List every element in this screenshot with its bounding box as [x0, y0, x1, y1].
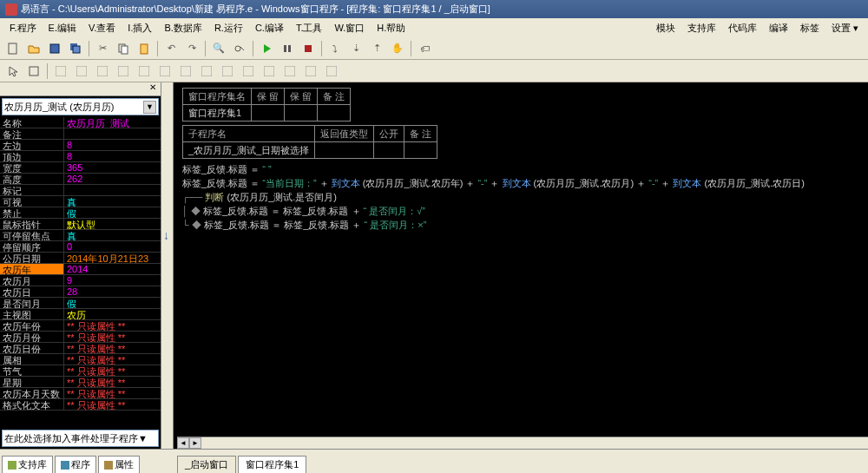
step-over-icon[interactable]: ⤵	[326, 40, 345, 57]
menu-codelib[interactable]: 代码库	[722, 19, 763, 37]
paste-icon[interactable]	[135, 40, 154, 57]
dropdown-arrow-icon[interactable]: ▼	[138, 433, 148, 443]
menu-database[interactable]: B.数据库	[158, 19, 207, 37]
undo-icon[interactable]: ↶	[161, 40, 181, 57]
collapse-arrow-icon[interactable]: ↓	[163, 228, 169, 242]
tab-program[interactable]: 程序	[55, 456, 96, 473]
ctrl11-icon[interactable]	[260, 62, 279, 80]
property-row[interactable]: 农历月份** 只读属性 **	[0, 332, 161, 343]
property-row[interactable]: 农历月9	[0, 275, 161, 286]
menu-edit[interactable]: E.编辑	[43, 19, 82, 37]
step-out-icon[interactable]: ⇡	[367, 40, 386, 57]
property-value[interactable]: 2014	[64, 264, 161, 274]
menu-tools[interactable]: T.工具	[290, 19, 329, 37]
horizontal-scrollbar[interactable]: ◄ ►	[177, 437, 868, 449]
tab-startup-window[interactable]: _启动窗口	[177, 456, 236, 473]
ctrl5-icon[interactable]	[135, 62, 154, 80]
run-icon[interactable]	[257, 40, 276, 57]
property-row[interactable]: 农历日28	[0, 286, 161, 298]
property-row[interactable]: 节气** 只读属性 **	[0, 365, 161, 377]
property-row[interactable]: 属相** 只读属性 **	[0, 354, 161, 365]
property-value[interactable]: 8	[64, 140, 161, 150]
property-value[interactable]: 真	[64, 196, 161, 207]
menu-view[interactable]: V.查看	[82, 19, 122, 37]
cut-icon[interactable]: ✂	[93, 40, 112, 57]
new-icon[interactable]	[3, 40, 23, 57]
property-value[interactable]: ** 只读属性 **	[64, 320, 161, 331]
menu-settings[interactable]: 设置 ▾	[825, 19, 865, 37]
ctrl8-icon[interactable]	[197, 62, 216, 80]
property-row[interactable]: 农历日份** 只读属性 **	[0, 343, 161, 354]
property-value[interactable]: ** 只读属性 **	[64, 332, 161, 342]
property-row[interactable]: 农历年份** 只读属性 **	[0, 320, 161, 332]
property-value[interactable]: 假	[64, 207, 161, 218]
property-value[interactable]: ** 只读属性 **	[64, 377, 161, 387]
toggle-icon[interactable]	[230, 40, 249, 57]
property-value[interactable]: ** 只读属性 **	[64, 354, 161, 365]
close-panel-icon[interactable]: ✕	[147, 82, 159, 95]
property-row[interactable]: 鼠标指针默认型	[0, 219, 161, 230]
property-value[interactable]: 9	[64, 275, 161, 286]
ctrl2-icon[interactable]	[72, 62, 91, 80]
property-row[interactable]: 宽度365	[0, 162, 161, 174]
property-row[interactable]: 公历日期2014年10月21日23	[0, 253, 161, 264]
property-value[interactable]: 2014年10月21日23	[64, 253, 161, 263]
property-row[interactable]: 标记	[0, 185, 161, 196]
bookmark-icon[interactable]: 🏷	[415, 40, 434, 57]
property-value[interactable]	[64, 185, 161, 195]
property-value[interactable]: ** 只读属性 **	[64, 343, 161, 353]
property-value[interactable]: 28	[64, 286, 161, 297]
menu-build[interactable]: 编译	[763, 19, 794, 37]
ctrl6-icon[interactable]	[155, 62, 174, 80]
property-value[interactable]: ** 只读属性 **	[64, 388, 161, 398]
break-icon[interactable]: ✋	[388, 40, 407, 57]
property-row[interactable]: 停留顺序0	[0, 241, 161, 253]
property-grid[interactable]: 名称农历月历_测试备注左边8顶边8宽度365高度262标记可视真禁止假鼠标指针默…	[0, 117, 161, 428]
object-selector[interactable]: 农历月历_测试 (农历月历) ▼	[2, 98, 159, 115]
pause-icon[interactable]	[278, 40, 297, 57]
menu-support[interactable]: 支持库	[681, 19, 722, 37]
ctrl10-icon[interactable]	[239, 62, 258, 80]
find-icon[interactable]: 🔍	[209, 40, 228, 57]
ctrl4-icon[interactable]	[114, 62, 133, 80]
menu-insert[interactable]: I.插入	[122, 19, 158, 37]
tab-window-assembly[interactable]: 窗口程序集1	[238, 456, 306, 473]
property-row[interactable]: 高度262	[0, 174, 161, 185]
tab-property[interactable]: 属性	[98, 456, 140, 473]
property-value[interactable]: ** 只读属性 **	[64, 399, 161, 410]
dropdown-arrow-icon[interactable]: ▼	[143, 101, 156, 114]
property-row[interactable]: 备注	[0, 128, 161, 140]
property-row[interactable]: 禁止假	[0, 207, 161, 219]
property-value[interactable]: 真	[64, 230, 161, 240]
property-row[interactable]: 农历年2014	[0, 264, 161, 275]
property-row[interactable]: 是否闰月假	[0, 298, 161, 309]
step-into-icon[interactable]: ⇣	[346, 40, 365, 57]
property-row[interactable]: 可视真	[0, 196, 161, 207]
copy-icon[interactable]	[114, 40, 133, 57]
property-row[interactable]: 农历本月天数** 只读属性 **	[0, 388, 161, 399]
ctrl12-icon[interactable]	[280, 62, 299, 80]
code-editor[interactable]: ↓ 窗口程序集名保 留保 留备 注 窗口程序集1 子程序名返回值类型公开备 注 …	[161, 82, 868, 449]
event-selector[interactable]: 在此处选择加入事件处理子程序 ▼	[2, 430, 159, 447]
stop-icon[interactable]	[299, 40, 318, 57]
menu-compile[interactable]: C.编译	[249, 19, 290, 37]
property-value[interactable]: ** 只读属性 **	[64, 365, 161, 376]
property-row[interactable]: 左边8	[0, 140, 161, 151]
property-row[interactable]: 顶边8	[0, 151, 161, 162]
form-icon[interactable]	[24, 62, 43, 80]
saveall-icon[interactable]	[66, 40, 85, 57]
property-value[interactable]: 8	[64, 151, 161, 161]
property-value[interactable]: 假	[64, 298, 161, 308]
ctrl7-icon[interactable]	[176, 62, 195, 80]
code-area[interactable]: 窗口程序集名保 留保 留备 注 窗口程序集1 子程序名返回值类型公开备 注 _农…	[177, 82, 868, 437]
ctrl3-icon[interactable]	[93, 62, 112, 80]
menu-module[interactable]: 模块	[650, 19, 681, 37]
menu-program[interactable]: F.程序	[3, 19, 43, 37]
property-row[interactable]: 可停留焦点真	[0, 230, 161, 241]
property-value[interactable]: 农历	[64, 309, 161, 319]
property-value[interactable]: 0	[64, 241, 161, 252]
menu-run[interactable]: R.运行	[208, 19, 249, 37]
property-value[interactable]: 365	[64, 162, 161, 173]
property-row[interactable]: 名称农历月历_测试	[0, 117, 161, 128]
menu-help[interactable]: H.帮助	[371, 19, 411, 37]
